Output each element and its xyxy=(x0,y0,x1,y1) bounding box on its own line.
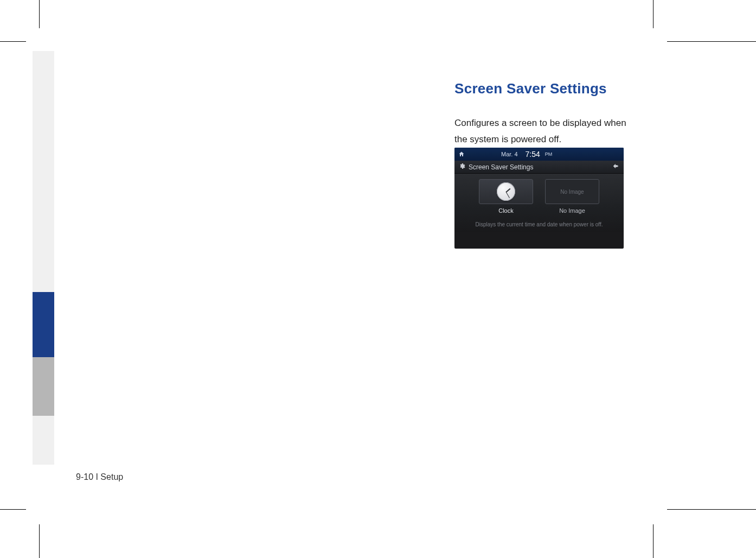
option-no-image-label: No Image xyxy=(559,207,585,214)
option-clock-thumb xyxy=(479,179,533,204)
option-clock[interactable]: Clock xyxy=(478,179,534,214)
back-icon[interactable] xyxy=(612,162,619,172)
crop-mark xyxy=(39,0,40,28)
section-body: Configures a screen to be displayed when… xyxy=(454,115,628,148)
option-clock-label: Clock xyxy=(498,207,514,214)
page-tab-strip xyxy=(33,51,54,465)
section-heading: Screen Saver Settings xyxy=(454,80,607,97)
device-screenshot: Mar. 4 7:54 PM Screen Saver Settings Clo… xyxy=(454,148,624,249)
tab-band xyxy=(33,51,54,292)
crop-mark xyxy=(0,41,26,42)
section-body-line: the system is powered off. xyxy=(454,134,561,144)
crop-mark xyxy=(667,41,756,42)
gear-icon xyxy=(459,163,465,171)
tab-band xyxy=(33,416,54,465)
crop-mark xyxy=(653,524,654,558)
statusbar-time: 7:54 xyxy=(526,150,540,158)
crop-mark xyxy=(653,0,654,28)
home-icon[interactable] xyxy=(458,150,465,158)
tab-band-active xyxy=(33,292,54,357)
page-footer: 9-10 I Setup xyxy=(76,472,123,482)
statusbar-time-suffix: PM xyxy=(545,151,553,157)
device-hint-text: Displays the current time and date when … xyxy=(476,221,603,227)
option-no-image-thumb: No Image xyxy=(545,179,599,204)
option-no-image[interactable]: No Image No Image xyxy=(544,179,600,214)
clock-icon xyxy=(497,182,515,201)
device-titlebar-label: Screen Saver Settings xyxy=(469,163,533,171)
crop-mark xyxy=(0,509,26,510)
statusbar-date: Mar. 4 xyxy=(501,151,518,157)
option-no-image-thumb-text: No Image xyxy=(560,189,584,195)
crop-mark xyxy=(667,509,756,510)
device-body: Clock No Image No Image Displays the cur… xyxy=(454,174,624,232)
device-statusbar: Mar. 4 7:54 PM xyxy=(454,148,624,161)
device-titlebar: Screen Saver Settings xyxy=(454,161,624,174)
screensaver-options: Clock No Image No Image xyxy=(478,179,600,214)
tab-band xyxy=(33,357,54,416)
section-body-line: Configures a screen to be displayed when xyxy=(454,118,626,128)
crop-mark xyxy=(39,524,40,558)
